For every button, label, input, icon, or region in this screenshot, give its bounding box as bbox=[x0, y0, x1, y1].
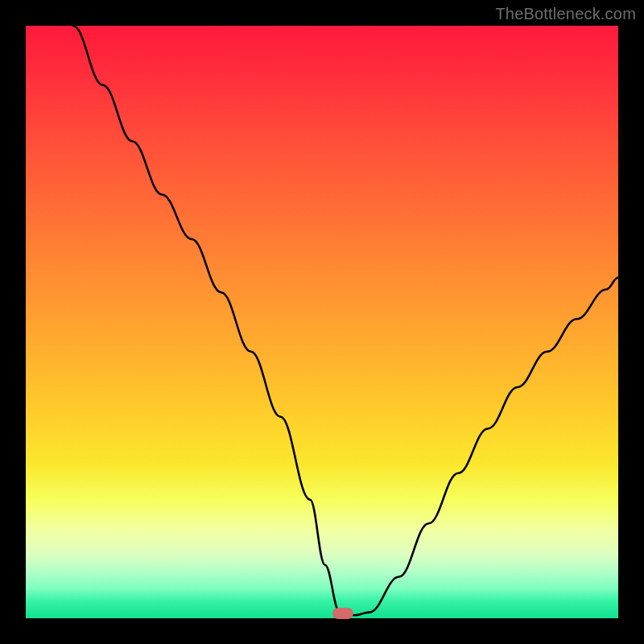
watermark-text: TheBottleneck.com bbox=[495, 5, 636, 23]
plot-area bbox=[26, 26, 618, 618]
bottleneck-marker bbox=[332, 608, 353, 619]
chart-frame: TheBottleneck.com bbox=[0, 0, 644, 644]
bottleneck-curve bbox=[26, 26, 618, 618]
